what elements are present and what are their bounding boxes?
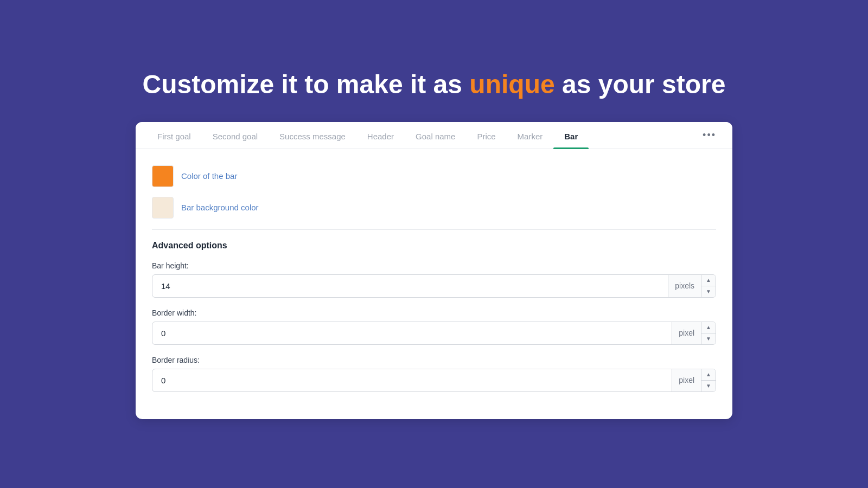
border-width-input-row: pixel ▲ ▼ [152,322,716,345]
bar-height-label: Bar height: [152,261,716,270]
bar-height-stepper: ▲ ▼ [701,275,716,297]
bar-height-unit: pixels [668,275,701,297]
tab-success-message[interactable]: Success message [269,122,356,149]
bar-height-decrement[interactable]: ▼ [701,286,716,297]
border-width-field: Border width: pixel ▲ ▼ [152,309,716,345]
border-width-stepper: ▲ ▼ [701,322,716,344]
tab-more-button[interactable]: ••• [697,124,722,146]
border-width-unit: pixel [672,322,701,344]
bar-bg-color-label[interactable]: Bar background color [181,203,259,212]
tab-second-goal[interactable]: Second goal [202,122,269,149]
page-wrapper: Customize it to make it as unique as you… [0,47,868,441]
bar-height-input-row: pixels ▲ ▼ [152,274,716,298]
border-width-decrement[interactable]: ▼ [701,333,716,344]
headline-suffix: as your store [555,70,726,99]
border-radius-field: Border radius: pixel ▲ ▼ [152,356,716,392]
tab-first-goal[interactable]: First goal [146,122,202,149]
border-width-label: Border width: [152,309,716,317]
card-body: Color of the bar Bar background color Ad… [136,149,732,419]
bar-color-row: Color of the bar [152,165,716,187]
border-radius-input-row: pixel ▲ ▼ [152,369,716,392]
border-radius-increment[interactable]: ▲ [701,369,716,381]
advanced-options-title: Advanced options [152,241,716,251]
border-radius-decrement[interactable]: ▼ [701,381,716,391]
headline-prefix: Customize it to make it as [143,70,470,99]
main-headline: Customize it to make it as unique as you… [143,69,726,100]
bar-height-input[interactable] [152,275,668,297]
tab-bar[interactable]: Bar [553,122,589,149]
border-radius-stepper: ▲ ▼ [701,369,716,391]
bar-height-field: Bar height: pixels ▲ ▼ [152,261,716,298]
border-width-input[interactable] [152,322,672,344]
bar-bg-color-swatch[interactable] [152,197,174,219]
tab-goal-name[interactable]: Goal name [405,122,466,149]
headline-highlight: unique [469,70,554,99]
tab-bar: First goal Second goal Success message H… [136,122,732,149]
bar-bg-color-row: Bar background color [152,197,716,219]
settings-card: First goal Second goal Success message H… [136,122,732,419]
tab-header[interactable]: Header [356,122,405,149]
border-radius-input[interactable] [152,369,672,391]
section-divider [152,229,716,230]
bar-color-swatch[interactable] [152,165,174,187]
tab-price[interactable]: Price [466,122,506,149]
border-radius-label: Border radius: [152,356,716,364]
bar-color-label[interactable]: Color of the bar [181,171,237,181]
border-radius-unit: pixel [672,369,701,391]
tab-marker[interactable]: Marker [507,122,554,149]
bar-height-increment[interactable]: ▲ [701,275,716,286]
border-width-increment[interactable]: ▲ [701,322,716,333]
